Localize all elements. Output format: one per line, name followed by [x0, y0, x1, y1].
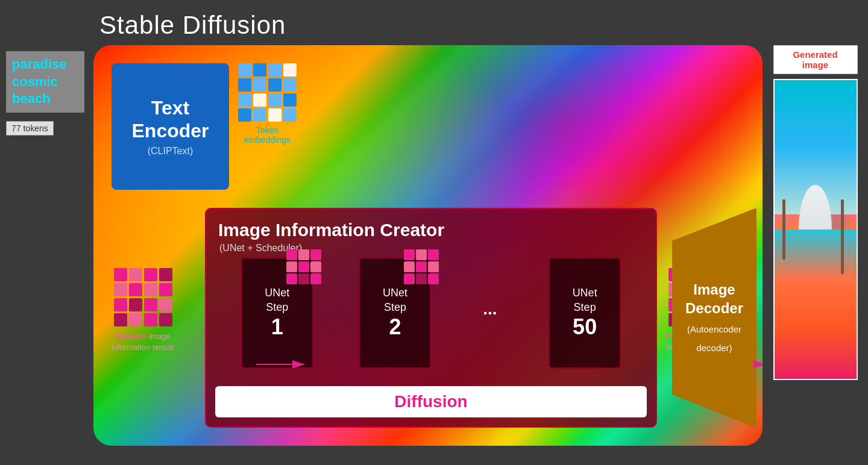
iic-box: Image Information Creator (UNet + Schedu…: [205, 208, 657, 428]
diffusion-bar: Diffusion: [215, 386, 647, 417]
unet-step-2-grid: [404, 249, 439, 284]
generated-image-label: Generated image: [773, 45, 858, 74]
random-tensor-label: Random imageinformation tensor: [112, 331, 174, 353]
tokens-badge: 77 tokens: [6, 121, 54, 136]
text-encoder-box: TextEncoder (CLIPText): [112, 63, 229, 190]
left-sidebar: paradisecosmicbeach 77 tokens: [0, 51, 90, 136]
random-tensor-grid: [114, 268, 172, 326]
iic-title: Image Information Creator: [206, 209, 656, 243]
unet-step-50-number: 50: [573, 314, 597, 340]
unet-step-2: UNetStep 2: [359, 257, 431, 369]
token-embeddings-label: Tokenembeddings: [244, 125, 290, 145]
unet-step-2-number: 2: [389, 314, 401, 340]
unet-step-1-number: 1: [271, 314, 283, 340]
unet-step-50-label: UNetStep: [573, 286, 597, 314]
unet-step-1-label: UNetStep: [265, 286, 289, 314]
unet-step-50: UNetStep 50: [549, 257, 621, 369]
main-diagram-area: TextEncoder (CLIPText) Tokenembeddings R…: [93, 45, 763, 446]
text-encoder-title: TextEncoder: [131, 96, 209, 143]
unet-step-2-label: UNetStep: [383, 286, 407, 314]
page-title: Stable Diffusion: [99, 11, 286, 40]
random-tensor: Random imageinformation tensor: [112, 268, 174, 353]
diffusion-label: Diffusion: [394, 392, 467, 411]
prompt-text[interactable]: paradisecosmicbeach: [6, 51, 84, 113]
steps-ellipsis: ···: [477, 304, 503, 323]
unet-step-1-grid: [286, 249, 321, 284]
decoder-text: ImageDecoder (Autoencoderdecoder): [679, 274, 749, 361]
text-encoder-subtitle: (CLIPText): [148, 146, 193, 157]
token-embeddings: Tokenembeddings: [238, 63, 297, 145]
unet-step-1: UNetStep 1: [241, 257, 313, 369]
right-panel: Generated image: [769, 45, 862, 380]
unet-steps-row: UNetStep 1 UNetStep 2 ··· UNetS: [218, 257, 644, 369]
token-grid: [238, 63, 297, 122]
decoder-subtitle: (Autoencoderdecoder): [687, 324, 741, 353]
image-decoder-box: ImageDecoder (Autoencoderdecoder): [672, 208, 756, 428]
generated-image: [773, 79, 858, 380]
